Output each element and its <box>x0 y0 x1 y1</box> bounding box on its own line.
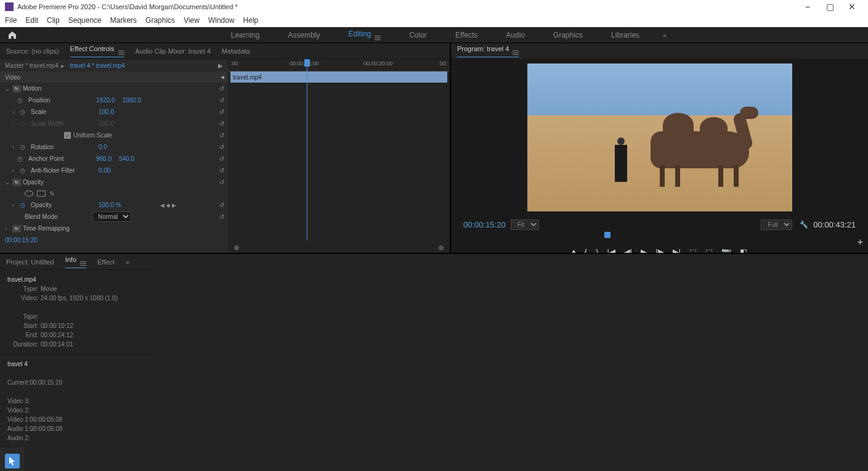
anchor-x[interactable]: 960.0 <box>96 155 112 162</box>
workspace-libraries[interactable]: Libraries <box>606 28 644 42</box>
stopwatch-icon[interactable]: ◷ <box>20 109 28 115</box>
program-timecode[interactable]: 00:00:15:20 <box>463 220 506 229</box>
go-to-in-button[interactable]: |◀ <box>607 247 615 253</box>
mark-in-button[interactable]: { <box>585 247 587 253</box>
expand-icon[interactable]: › <box>12 167 20 174</box>
tab-metadata[interactable]: Metadata <box>222 47 250 55</box>
maximize-button[interactable]: ▢ <box>819 1 841 13</box>
minimize-button[interactable]: − <box>797 1 819 13</box>
menu-clip[interactable]: Clip <box>47 16 60 25</box>
scale-value[interactable]: 100.0 <box>99 109 114 115</box>
reset-icon[interactable]: ↺ <box>219 144 224 150</box>
workspace-editing[interactable]: Editing <box>343 27 386 43</box>
reset-icon[interactable]: ↺ <box>219 202 224 208</box>
uniform-scale-checkbox[interactable]: ✓ <box>64 132 71 139</box>
expand-icon[interactable]: › <box>12 144 20 150</box>
reset-icon[interactable]: ↺ <box>219 109 224 115</box>
selection-tool[interactable] <box>5 454 20 469</box>
reset-icon[interactable]: ↺ <box>219 132 224 139</box>
reset-icon[interactable]: ↺ <box>219 155 224 162</box>
pen-mask-button[interactable]: ✎ <box>49 190 55 198</box>
ellipse-mask-button[interactable] <box>25 190 33 197</box>
ec-play-icon[interactable]: ▶ <box>218 62 223 69</box>
add-marker-button[interactable]: ♦ <box>572 247 576 253</box>
workspace-learning[interactable]: Learning <box>226 28 265 42</box>
expand-icon[interactable]: ⌄ <box>5 85 12 92</box>
tab-info[interactable]: Info <box>65 256 86 268</box>
tab-audio-mixer[interactable]: Audio Clip Mixer: travel 4 <box>136 47 211 55</box>
ec-playhead[interactable] <box>307 59 307 240</box>
mark-out-button[interactable]: } <box>596 247 598 253</box>
tab-program[interactable]: Program: travel 4 <box>457 45 519 57</box>
scroll-handle[interactable] <box>439 245 444 250</box>
rect-mask-button[interactable] <box>37 190 46 197</box>
workspace-graphics[interactable]: Graphics <box>548 28 588 42</box>
comparison-button[interactable]: ◧ <box>740 247 747 253</box>
workspace-assembly[interactable]: Assembly <box>283 28 325 42</box>
menu-markers[interactable]: Markers <box>110 16 137 25</box>
position-y[interactable]: 1080.0 <box>123 97 142 104</box>
tab-source[interactable]: Source: (no clips) <box>6 47 59 55</box>
menu-graphics[interactable]: Graphics <box>145 16 175 25</box>
video-display[interactable] <box>451 59 868 216</box>
reset-icon[interactable]: ↺ <box>219 120 224 127</box>
wrench-icon[interactable]: 🔧 <box>800 221 808 229</box>
resolution-select[interactable]: Full <box>761 219 792 230</box>
ec-timeline-ruler[interactable]: :00 00:00:15:00 00:00:20:00 00: <box>228 59 450 72</box>
lift-button[interactable]: ⬚ <box>689 247 697 253</box>
tab-project[interactable]: Project: Untitled <box>6 258 54 266</box>
stopwatch-icon[interactable]: ◷ <box>20 144 28 150</box>
play-button[interactable]: ▶ <box>641 247 647 253</box>
collapse-icon[interactable]: ▲ <box>219 74 226 80</box>
ec-clip-bar[interactable]: travel.mp4 <box>230 72 447 83</box>
fit-select[interactable]: Fit <box>511 219 539 230</box>
rotation-value[interactable]: 0.0 <box>99 144 107 150</box>
menu-file[interactable]: File <box>5 16 17 25</box>
workspace-effects[interactable]: Effects <box>450 28 482 42</box>
scrubber-playhead[interactable] <box>604 232 610 238</box>
export-frame-button[interactable]: 📷 <box>721 247 731 253</box>
reset-icon[interactable]: ↺ <box>219 97 224 104</box>
tabs-overflow[interactable]: » <box>126 258 129 266</box>
stopwatch-icon[interactable]: ◷ <box>17 97 26 104</box>
menu-sequence[interactable]: Sequence <box>68 16 102 25</box>
scroll-handle[interactable] <box>234 245 239 250</box>
reset-icon[interactable]: ↺ <box>219 167 224 174</box>
anti-flicker-value[interactable]: 0.00 <box>99 167 110 174</box>
stopwatch-icon[interactable]: ◷ <box>20 202 28 208</box>
fx-badge[interactable]: fx <box>12 85 21 92</box>
reset-icon[interactable]: ↺ <box>219 213 224 220</box>
step-back-button[interactable]: ◀| <box>624 247 632 253</box>
stopwatch-icon[interactable]: ◷ <box>20 167 28 174</box>
expand-icon[interactable]: › <box>5 225 12 232</box>
ec-clip-path[interactable]: travel 4 * travel.mp4 <box>70 62 125 69</box>
position-x[interactable]: 1920.0 <box>96 97 115 104</box>
program-scrubber[interactable] <box>463 233 856 242</box>
opacity-value[interactable]: 100.0 % <box>99 202 121 208</box>
expand-icon[interactable]: ⌄ <box>5 179 12 186</box>
home-button[interactable] <box>0 27 25 43</box>
keyframe-nav[interactable]: ◀ ◆ ▶ <box>160 202 176 208</box>
workspace-audio[interactable]: Audio <box>501 28 530 42</box>
button-editor[interactable]: + <box>858 237 863 248</box>
expand-icon[interactable]: › <box>12 109 20 115</box>
go-to-out-button[interactable]: ▶| <box>673 247 681 253</box>
menu-edit[interactable]: Edit <box>25 16 38 25</box>
tab-effect-controls[interactable]: Effect Controls <box>70 45 124 57</box>
step-forward-button[interactable]: |▶ <box>655 247 663 253</box>
tab-effect[interactable]: Effect <box>97 258 115 266</box>
reset-icon[interactable]: ↺ <box>219 85 224 92</box>
workspace-overflow[interactable]: » <box>663 31 667 39</box>
menu-help[interactable]: Help <box>243 16 259 25</box>
anchor-y[interactable]: 540.0 <box>119 155 134 162</box>
extract-button[interactable]: ⬚ <box>705 247 713 253</box>
reset-icon[interactable]: ↺ <box>219 179 224 186</box>
fx-badge[interactable]: fx <box>12 179 21 186</box>
blend-mode-select[interactable]: Normal <box>92 211 131 222</box>
expand-icon[interactable]: › <box>12 202 20 208</box>
fx-badge[interactable]: fx <box>12 225 21 232</box>
workspace-color[interactable]: Color <box>404 28 432 42</box>
menu-view[interactable]: View <box>184 16 200 25</box>
ec-current-time[interactable]: 00:00:15:20 <box>0 234 228 245</box>
menu-window[interactable]: Window <box>208 16 235 25</box>
